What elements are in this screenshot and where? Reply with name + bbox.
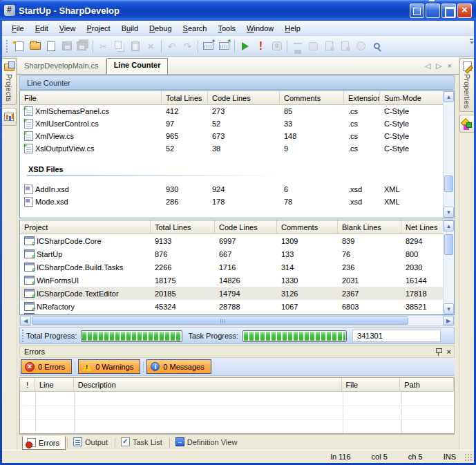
refresh-file-button[interactable] [43, 38, 59, 54]
toolbar-separator [93, 40, 93, 53]
run-button[interactable] [237, 38, 253, 54]
column-header-blank[interactable]: ! [20, 378, 35, 392]
files-table-body: XmlSchemasPanel.cs41227385.csC-StyleXmlU… [20, 105, 454, 218]
projects-table-vscrollbar[interactable] [443, 220, 454, 314]
column-header-file[interactable]: File [342, 378, 401, 392]
errors-panel-close-icon[interactable]: × [447, 348, 451, 356]
column-header-file[interactable]: File [20, 91, 162, 105]
scroll-up-button[interactable] [444, 220, 454, 231]
column-header-path[interactable]: Path [400, 378, 454, 392]
toolbar-overflow-icon[interactable] [469, 39, 474, 54]
scroll-thumb[interactable] [32, 316, 408, 325]
cell: C-Style [380, 132, 444, 140]
dock-tab-properties[interactable]: Properties [459, 58, 474, 112]
cs-file-icon [24, 106, 33, 116]
tab-sharpdevelopmain-cs[interactable]: SharpDevelopMain.cs [17, 59, 106, 74]
table-row[interactable]: WinFormsUI18175148261330203116144 [20, 274, 454, 287]
progress-toolbar: Total Progress: Task Progress: 341301 [19, 328, 455, 344]
column-header-total-lines[interactable]: Total Lines [162, 91, 208, 105]
column-header-code-lines[interactable]: Code Lines [208, 91, 280, 105]
table-row[interactable]: ICSharpCode.Core9133699713098398294 [20, 234, 454, 247]
maximize-button[interactable] [441, 3, 456, 18]
close-button[interactable] [457, 3, 472, 18]
bottom-tab-output[interactable]: Output [69, 436, 113, 448]
column-header-blank-lines[interactable]: Blank Lines [338, 220, 401, 234]
scroll-tabs-left-button[interactable]: ◁ [425, 61, 430, 70]
menu-help[interactable]: Help [279, 22, 306, 35]
scroll-tabs-right-button[interactable]: ▷ [436, 61, 441, 70]
column-header-extension[interactable]: Extension [344, 91, 380, 105]
menu-build[interactable]: Build [116, 22, 144, 35]
menu-window[interactable]: Window [241, 22, 279, 35]
filter-button-0-warnings[interactable]: 0 Warnings [78, 359, 140, 374]
minimize-button[interactable] [426, 3, 440, 18]
toolbar-grip[interactable] [6, 39, 9, 53]
breakpoint-button[interactable] [253, 38, 269, 54]
bottom-tab-task-list[interactable]: Task List [117, 436, 168, 448]
dock-tab-classes-icon[interactable] [2, 108, 17, 126]
menu-file[interactable]: File [6, 22, 30, 35]
breakpoint-icon [259, 40, 263, 53]
separator [67, 438, 68, 448]
scroll-thumb[interactable] [444, 175, 453, 192]
column-header-net-lines[interactable]: Net Lines [401, 220, 444, 234]
build-button[interactable] [200, 38, 216, 54]
column-header-code-lines[interactable]: Code Lines [215, 220, 277, 234]
cell: 14794 [215, 290, 277, 298]
table-row[interactable]: XmlUserControl.cs975233.csC-Style [20, 117, 454, 130]
redo-button [180, 38, 196, 54]
menu-edit[interactable]: Edit [30, 22, 54, 35]
scroll-left-button[interactable] [20, 316, 31, 325]
table-row[interactable]: AddIn.xsd9309246.xsdXML [20, 183, 454, 196]
table-row[interactable]: StartUp87666713376800 [20, 247, 454, 260]
resize-grip[interactable] [464, 453, 473, 462]
bottom-tab-errors[interactable]: Errors [22, 436, 66, 450]
table-row[interactable]: ICSharpCode.TextEditor201851479431262367… [20, 287, 454, 300]
errors-panel-titlebar[interactable]: Errors × [19, 345, 455, 358]
dock-tab-toolbox2-icon[interactable] [459, 115, 474, 133]
progress-toolbar-grip[interactable] [21, 329, 25, 343]
table-row[interactable]: Mode.xsd28617878.xsdXML [20, 196, 454, 208]
projects-table-hscrollbar[interactable] [19, 315, 455, 326]
new-file-button[interactable] [11, 38, 27, 54]
table-row[interactable]: NRefactory45324287881067680338521 [20, 300, 454, 313]
scroll-down-button[interactable] [444, 303, 454, 314]
files-table-vscrollbar[interactable] [443, 91, 454, 218]
undo-button [164, 38, 180, 54]
dock-tab-projects[interactable]: Projects [2, 58, 17, 105]
table-row[interactable]: XslOutputView.cs52389.csC-Style [20, 142, 454, 155]
cell: .xsd [344, 185, 380, 193]
column-header-project[interactable]: Project [20, 220, 151, 234]
titlebar[interactable]: StartUp - SharpDevelop [0, 0, 476, 21]
rebuild-button[interactable] [216, 38, 232, 54]
table-row[interactable]: XmlSchemasPanel.cs41227385.csC-Style [20, 105, 454, 117]
bottom-tab-definition-view[interactable]: Definition View [171, 436, 243, 448]
search-button[interactable] [369, 38, 385, 54]
dock-tab-label: Properties [463, 74, 471, 108]
scroll-up-button[interactable] [444, 91, 454, 102]
column-header-total-lines[interactable]: Total Lines [151, 220, 215, 234]
menu-search[interactable]: Search [178, 22, 213, 35]
pin-icon[interactable] [435, 348, 441, 356]
column-header-sum-mode[interactable]: Sum-Mode [380, 91, 444, 105]
filter-button-0-errors[interactable]: 0 Errors [21, 359, 72, 374]
cell: 14826 [215, 276, 277, 285]
tab-line-counter[interactable]: Line Counter [106, 58, 169, 74]
scroll-down-button[interactable] [444, 207, 454, 218]
undock-button[interactable] [410, 3, 424, 18]
column-header-comments[interactable]: Comments [280, 91, 344, 105]
filter-button-0-messages[interactable]: 0 Messages [146, 359, 211, 374]
column-header-comments[interactable]: Comments [277, 220, 338, 234]
menu-view[interactable]: View [54, 22, 82, 35]
column-header-description[interactable]: Description [74, 378, 342, 392]
column-header-line[interactable]: Line [35, 378, 74, 392]
table-row[interactable]: XmlView.cs965673148.csC-Style [20, 130, 454, 142]
scroll-right-button[interactable] [443, 316, 454, 325]
open-file-button[interactable] [27, 38, 43, 54]
menu-debug[interactable]: Debug [144, 22, 177, 35]
close-tab-button[interactable]: × [448, 61, 452, 70]
scroll-thumb[interactable] [444, 234, 453, 255]
table-row[interactable]: ICSharpCode.Build.Tasks22661716314236203… [20, 260, 454, 274]
menu-tools[interactable]: Tools [212, 22, 241, 35]
menu-project[interactable]: Project [81, 22, 115, 35]
